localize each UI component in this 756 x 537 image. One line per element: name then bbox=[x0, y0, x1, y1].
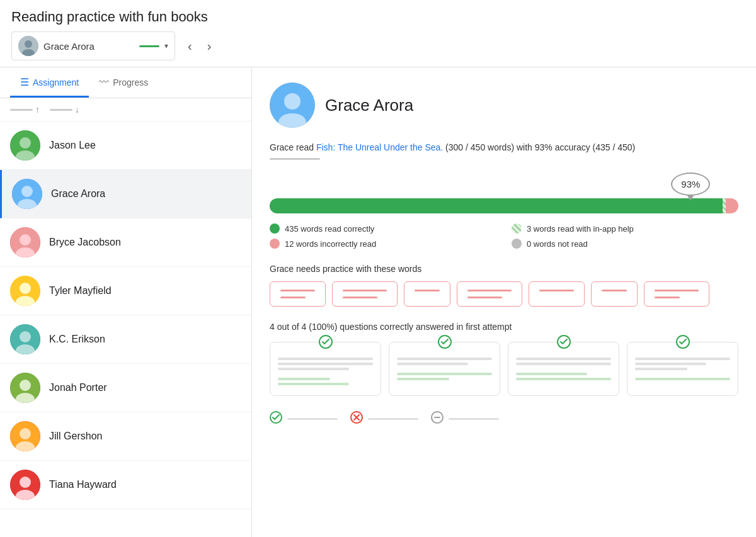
summary-post: (300 / 450 words) with 93% accuracy (435… bbox=[443, 142, 635, 152]
bottom-line-2 bbox=[368, 418, 418, 420]
word-card-1[interactable] bbox=[270, 281, 326, 307]
avatar-tiana-hayward bbox=[10, 470, 40, 500]
question-card-2[interactable] bbox=[389, 342, 500, 396]
reading-summary: Grace read Fish: The Unreal Under the Se… bbox=[270, 140, 738, 154]
accuracy-pointer: 93% bbox=[270, 172, 738, 196]
svg-point-10 bbox=[20, 234, 31, 246]
assignment-tab-icon: ☰ bbox=[20, 76, 29, 88]
word-card-4[interactable] bbox=[457, 281, 522, 307]
word-line bbox=[280, 290, 315, 291]
legend-helped-label: 3 words read with in-app help bbox=[527, 224, 634, 234]
student-name-kc-erikson: K.C. Erikson bbox=[49, 334, 105, 345]
word-card-5[interactable] bbox=[529, 281, 585, 307]
student-name-jason-lee: Jason Lee bbox=[49, 140, 96, 151]
word-line bbox=[467, 290, 512, 291]
question-cards bbox=[270, 342, 738, 396]
selector-name: Grace Arora bbox=[43, 41, 134, 52]
svg-point-28 bbox=[284, 93, 301, 110]
sort-row: ↑ ↓ bbox=[0, 98, 251, 122]
tab-assignment-label: Assignment bbox=[33, 77, 79, 88]
main-layout: ☰ Assignment 〰 Progress ↑ ↓ bbox=[0, 67, 756, 537]
navigation-arrows: ‹ › bbox=[183, 37, 216, 56]
bar-incorrect bbox=[726, 198, 738, 213]
sort-asc-icon: ↑ bbox=[35, 105, 40, 115]
student-list: Jason Lee Grace Arora bbox=[0, 122, 251, 537]
legend-not-read-label: 0 words not read bbox=[527, 239, 588, 249]
practice-section-title: Grace needs practice with these words bbox=[270, 264, 738, 274]
student-name-grace-arora: Grace Arora bbox=[51, 188, 105, 200]
tab-assignment[interactable]: ☰ Assignment bbox=[10, 67, 89, 98]
question-card-4[interactable] bbox=[627, 342, 738, 396]
content-panel: Grace Arora Grace read Fish: The Unreal … bbox=[252, 67, 756, 537]
check-icon-4 bbox=[676, 335, 690, 352]
page-title: Reading practice with fun books bbox=[11, 9, 745, 25]
word-card-6[interactable] bbox=[591, 281, 638, 307]
svg-point-7 bbox=[21, 186, 33, 197]
legend-dot-not-read bbox=[512, 239, 522, 249]
bottom-correct-item bbox=[270, 411, 338, 427]
student-selector[interactable]: Grace Arora ▾ bbox=[11, 31, 175, 60]
check-icon-2 bbox=[438, 335, 452, 352]
avatar-kc-erikson bbox=[10, 324, 40, 354]
student-name-tiana-hayward: Tiana Hayward bbox=[49, 479, 117, 490]
student-item-bryce-jacobson[interactable]: Bryce Jacobson bbox=[0, 218, 251, 267]
bottom-line-3 bbox=[449, 418, 499, 420]
student-name-jill-gershon: Jill Gershon bbox=[49, 431, 102, 442]
legend-dot-helped bbox=[512, 223, 522, 234]
avatar-jill-gershon bbox=[10, 421, 40, 451]
summary-underline bbox=[270, 158, 320, 160]
tab-progress-label: Progress bbox=[113, 77, 148, 88]
svg-point-16 bbox=[20, 331, 31, 342]
sort-desc-icon: ↓ bbox=[75, 105, 79, 115]
progress-tab-icon: 〰 bbox=[99, 77, 109, 88]
word-line bbox=[539, 290, 574, 291]
avatar-grace-arora bbox=[12, 179, 42, 209]
bottom-incorrect-item bbox=[350, 411, 418, 427]
student-item-tyler-mayfield[interactable]: Tyler Mayfield bbox=[0, 267, 251, 315]
tab-progress[interactable]: 〰 Progress bbox=[89, 67, 158, 98]
question-card-3[interactable] bbox=[508, 342, 619, 396]
avatar-tyler-mayfield bbox=[10, 276, 40, 306]
sidebar: ☰ Assignment 〰 Progress ↑ ↓ bbox=[0, 67, 252, 537]
summary-pre: Grace read bbox=[270, 142, 316, 152]
dropdown-arrow-icon: ▾ bbox=[164, 42, 168, 50]
svg-point-25 bbox=[20, 477, 31, 488]
svg-point-4 bbox=[20, 137, 31, 149]
word-card-3[interactable] bbox=[404, 281, 450, 307]
x-circle-icon bbox=[350, 411, 363, 427]
student-item-kc-erikson[interactable]: K.C. Erikson bbox=[0, 315, 251, 364]
student-item-jonah-porter[interactable]: Jonah Porter bbox=[0, 364, 251, 412]
word-line bbox=[655, 297, 680, 298]
student-name-bryce-jacobson: Bryce Jacobson bbox=[49, 237, 121, 248]
bottom-neutral-item bbox=[431, 411, 499, 427]
avatar-bryce-jacobson bbox=[10, 227, 40, 257]
svg-point-13 bbox=[20, 283, 31, 294]
questions-section-title: 4 out of 4 (100%) questions correctly an… bbox=[270, 322, 738, 332]
student-item-jill-gershon[interactable]: Jill Gershon bbox=[0, 412, 251, 461]
minus-circle-icon bbox=[431, 411, 444, 427]
student-header: Grace Arora bbox=[270, 82, 738, 128]
legend-dot-correct bbox=[270, 223, 280, 234]
question-card-1[interactable] bbox=[270, 342, 381, 396]
next-student-button[interactable]: › bbox=[202, 37, 217, 56]
word-card-7[interactable] bbox=[644, 281, 709, 307]
word-line bbox=[655, 290, 699, 291]
sort-asc-button[interactable]: ↑ bbox=[10, 105, 40, 115]
word-line bbox=[602, 290, 627, 291]
legend-incorrect: 12 words incorrectly read bbox=[270, 239, 496, 249]
student-item-grace-arora[interactable]: Grace Arora bbox=[0, 170, 251, 218]
student-name-jonah-porter: Jonah Porter bbox=[49, 382, 107, 393]
legend-not-read: 0 words not read bbox=[512, 239, 738, 249]
sort-desc-button[interactable]: ↓ bbox=[50, 105, 79, 115]
word-card-2[interactable] bbox=[332, 281, 398, 307]
word-line bbox=[467, 297, 502, 298]
prev-student-button[interactable]: ‹ bbox=[183, 37, 197, 56]
word-line bbox=[280, 297, 306, 298]
word-cards bbox=[270, 281, 738, 307]
book-title-link[interactable]: Fish: The Unreal Under the Sea. bbox=[316, 142, 443, 152]
svg-point-22 bbox=[20, 428, 31, 439]
bottom-line-1 bbox=[287, 418, 338, 420]
legend-helped: 3 words read with in-app help bbox=[512, 223, 738, 234]
student-item-jason-lee[interactable]: Jason Lee bbox=[0, 122, 251, 170]
student-item-tiana-hayward[interactable]: Tiana Hayward bbox=[0, 461, 251, 509]
